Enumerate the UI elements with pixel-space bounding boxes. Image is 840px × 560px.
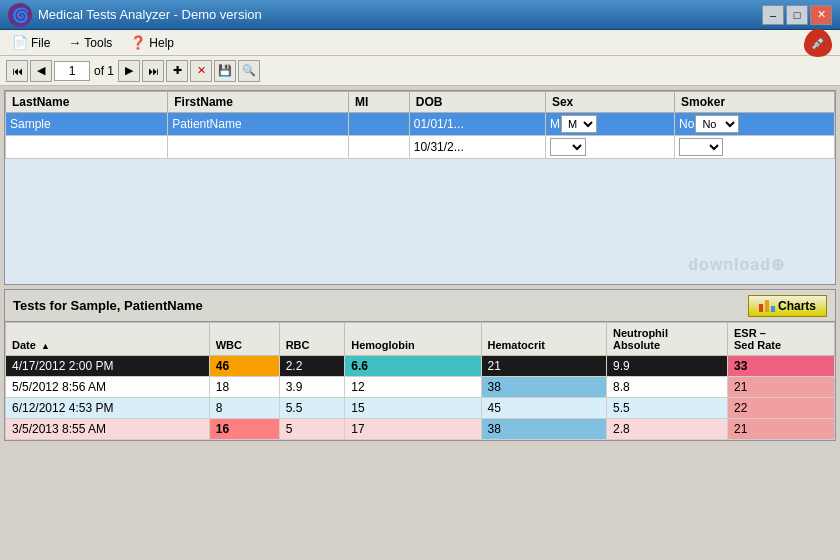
menu-right: 💉 [804, 29, 836, 57]
tests-title: Tests for Sample, PatientName [13, 298, 748, 313]
test-hemo-2: 12 [345, 377, 481, 398]
test-neut-2: 8.8 [606, 377, 727, 398]
menu-file-label: File [31, 36, 50, 50]
test-row-3[interactable]: 6/12/2012 4:53 PM 8 5.5 15 45 5.5 22 [6, 398, 835, 419]
test-rbc-1: 2.2 [279, 356, 345, 377]
patient-row-1[interactable]: Sample PatientName 01/01/1... M MF [6, 113, 835, 136]
menu-bar: 📄 File → Tools ❓ Help 💉 [0, 30, 840, 56]
test-wbc-4: 16 [209, 419, 279, 440]
test-hema-3: 45 [481, 398, 606, 419]
empty-firstname [168, 136, 349, 159]
test-rbc-2: 3.9 [279, 377, 345, 398]
nav-first-button[interactable]: ⏮ [6, 60, 28, 82]
test-hemo-4: 17 [345, 419, 481, 440]
nav-next-button[interactable]: ▶ [118, 60, 140, 82]
menu-tools-label: Tools [84, 36, 112, 50]
test-hema-4: 38 [481, 419, 606, 440]
empty-dob: 10/31/2... [409, 136, 545, 159]
test-date-3: 6/12/2012 4:53 PM [6, 398, 210, 419]
test-row-4[interactable]: 3/5/2013 8:55 AM 16 5 17 38 2.8 21 [6, 419, 835, 440]
test-rbc-4: 5 [279, 419, 345, 440]
page-number-input[interactable] [54, 61, 90, 81]
test-wbc-3: 8 [209, 398, 279, 419]
bar2 [765, 300, 769, 312]
col-firstname: FirstName [168, 92, 349, 113]
nav-last-button[interactable]: ⏭ [142, 60, 164, 82]
th-hematocrit: Hematocrit [481, 323, 606, 356]
col-sex: Sex [545, 92, 674, 113]
test-hemo-1: 6.6 [345, 356, 481, 377]
menu-file[interactable]: 📄 File [4, 32, 58, 53]
charts-icon [759, 300, 775, 312]
sort-icon: ▲ [41, 341, 50, 351]
help-icon: ❓ [130, 35, 146, 50]
tests-table: Date ▲ WBC RBC Hemoglobin Hematocrit Neu… [5, 322, 835, 440]
close-button[interactable]: ✕ [810, 5, 832, 25]
th-rbc: RBC [279, 323, 345, 356]
tests-header: Tests for Sample, PatientName Charts [5, 290, 835, 322]
window-title: Medical Tests Analyzer - Demo version [38, 7, 762, 22]
test-wbc-1: 46 [209, 356, 279, 377]
patient-grid: LastName FirstName MI DOB Sex Smoker Sam… [5, 91, 835, 159]
toolbar: ⏮ ◀ of 1 ▶ ⏭ ✚ ✕ 💾 🔍 [0, 56, 840, 86]
th-hemoglobin: Hemoglobin [345, 323, 481, 356]
th-esr: ESR –Sed Rate [728, 323, 835, 356]
patient-mi [348, 113, 409, 136]
test-esr-1: 33 [728, 356, 835, 377]
empty-sex: MF [545, 136, 674, 159]
delete-button[interactable]: ✕ [190, 60, 212, 82]
sex-dropdown[interactable]: MF [561, 115, 597, 133]
patient-sex: M MF [545, 113, 674, 136]
col-dob: DOB [409, 92, 545, 113]
test-hema-1: 21 [481, 356, 606, 377]
save-button[interactable]: 💾 [214, 60, 236, 82]
refresh-button[interactable]: 🔍 [238, 60, 260, 82]
test-row-1[interactable]: 4/17/2012 2:00 PM 46 2.2 6.6 21 9.9 33 [6, 356, 835, 377]
add-button[interactable]: ✚ [166, 60, 188, 82]
bar3 [771, 306, 775, 312]
app-icon: 🌀 [8, 3, 32, 27]
th-neutrophil: NeutrophilAbsolute [606, 323, 727, 356]
test-hemo-3: 15 [345, 398, 481, 419]
th-wbc: WBC [209, 323, 279, 356]
test-date-2: 5/5/2012 8:56 AM [6, 377, 210, 398]
file-icon: 📄 [12, 35, 28, 50]
col-mi: MI [348, 92, 409, 113]
test-esr-2: 21 [728, 377, 835, 398]
watermark: download⊕ [688, 255, 785, 274]
patient-row-2[interactable]: 10/31/2... MF NoYes [6, 136, 835, 159]
test-rbc-3: 5.5 [279, 398, 345, 419]
empty-sex-dropdown[interactable]: MF [550, 138, 586, 156]
test-date-1: 4/17/2012 2:00 PM [6, 356, 210, 377]
blood-icon: 💉 [804, 29, 832, 57]
test-esr-4: 21 [728, 419, 835, 440]
test-neut-3: 5.5 [606, 398, 727, 419]
col-smoker: Smoker [675, 92, 835, 113]
test-esr-3: 22 [728, 398, 835, 419]
patient-table-area: LastName FirstName MI DOB Sex Smoker Sam… [4, 90, 836, 285]
th-date: Date ▲ [6, 323, 210, 356]
nav-prev-button[interactable]: ◀ [30, 60, 52, 82]
empty-mi [348, 136, 409, 159]
test-hema-2: 38 [481, 377, 606, 398]
main-content: LastName FirstName MI DOB Sex Smoker Sam… [0, 86, 840, 560]
charts-button[interactable]: Charts [748, 295, 827, 317]
maximize-button[interactable]: □ [786, 5, 808, 25]
page-of-label: of 1 [94, 64, 114, 78]
patient-lastname: Sample [6, 113, 168, 136]
charts-label: Charts [778, 299, 816, 313]
patient-firstname: PatientName [168, 113, 349, 136]
tools-icon: → [68, 35, 81, 50]
empty-smoker-dropdown[interactable]: NoYes [679, 138, 723, 156]
patient-dob: 01/01/1... [409, 113, 545, 136]
col-lastname: LastName [6, 92, 168, 113]
menu-tools[interactable]: → Tools [60, 32, 120, 53]
menu-help-label: Help [149, 36, 174, 50]
minimize-button[interactable]: – [762, 5, 784, 25]
test-row-2[interactable]: 5/5/2012 8:56 AM 18 3.9 12 38 8.8 21 [6, 377, 835, 398]
menu-help[interactable]: ❓ Help [122, 32, 182, 53]
smoker-dropdown[interactable]: NoYes [695, 115, 739, 133]
test-neut-1: 9.9 [606, 356, 727, 377]
test-neut-4: 2.8 [606, 419, 727, 440]
tests-section: Tests for Sample, PatientName Charts Dat… [4, 289, 836, 441]
